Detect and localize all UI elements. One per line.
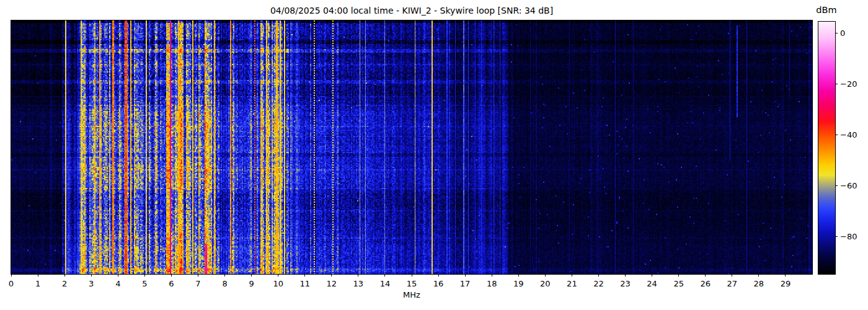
x-tick-label: 23 xyxy=(620,279,631,288)
colorbar-tick-mark xyxy=(835,185,838,186)
x-tick-mark xyxy=(144,274,145,277)
x-tick-mark xyxy=(625,274,626,277)
x-tick-label: 29 xyxy=(781,279,791,288)
x-tick-mark xyxy=(438,274,439,277)
x-tick-label: 27 xyxy=(727,279,738,288)
x-tick-mark xyxy=(251,274,252,277)
x-tick-mark xyxy=(331,274,332,277)
x-tick-mark xyxy=(64,274,65,277)
x-tick-mark xyxy=(384,274,385,277)
x-tick-mark xyxy=(758,274,759,277)
x-tick-mark xyxy=(358,274,358,277)
x-tick-label: 6 xyxy=(169,279,174,288)
x-tick-mark xyxy=(11,274,12,277)
x-tick-label: 0 xyxy=(9,279,14,288)
x-tick-mark xyxy=(224,274,225,277)
x-tick-label: 16 xyxy=(433,279,444,288)
x-tick-label: 21 xyxy=(567,279,577,288)
x-tick-mark xyxy=(705,274,706,277)
x-tick-label: 19 xyxy=(513,279,524,288)
x-tick-label: 28 xyxy=(754,279,764,288)
x-tick-label: 8 xyxy=(222,279,227,288)
x-tick-mark xyxy=(278,274,278,277)
x-tick-label: 3 xyxy=(89,279,94,288)
x-tick-label: 22 xyxy=(593,279,604,288)
x-tick-mark xyxy=(678,274,679,277)
x-tick-mark xyxy=(118,274,118,277)
x-tick-label: 26 xyxy=(700,279,711,288)
x-tick-mark xyxy=(304,274,305,277)
x-tick-label: 25 xyxy=(673,279,684,288)
x-tick-label: 20 xyxy=(540,279,551,288)
waterfall-heatmap xyxy=(11,20,812,274)
colorbar-tick-mark xyxy=(835,84,838,84)
x-tick-label: 13 xyxy=(353,279,364,288)
x-tick-mark xyxy=(598,274,599,277)
x-tick-label: 5 xyxy=(142,279,147,288)
x-tick-label: 1 xyxy=(35,279,40,288)
x-tick-label: 14 xyxy=(380,279,391,288)
x-tick-label: 10 xyxy=(273,279,283,288)
x-tick-mark xyxy=(785,274,786,277)
x-tick-label: 2 xyxy=(62,279,67,288)
colorbar-tick-mark xyxy=(835,33,838,33)
x-tick-mark xyxy=(198,274,198,277)
x-axis-label: MHz xyxy=(11,290,812,299)
x-tick-label: 12 xyxy=(327,279,337,288)
colorbar-unit-label: dBm xyxy=(809,5,844,15)
spectrogram-figure: 04/08/2025 04:00 local time - KIWI_2 - S… xyxy=(0,0,868,310)
x-tick-label: 4 xyxy=(115,279,120,288)
x-tick-label: 18 xyxy=(487,279,497,288)
x-tick-label: 11 xyxy=(299,279,310,288)
colorbar-tick-label: 0 xyxy=(840,28,845,37)
plot-title: 04/08/2025 04:00 local time - KIWI_2 - S… xyxy=(11,6,812,16)
x-tick-mark xyxy=(732,274,732,277)
colorbar-tick-label: −40 xyxy=(840,130,857,139)
colorbar-tick-label: −60 xyxy=(840,180,857,190)
x-tick-label: 7 xyxy=(195,279,200,288)
x-tick-mark xyxy=(171,274,172,277)
x-tick-label: 15 xyxy=(407,279,417,288)
x-tick-mark xyxy=(518,274,519,277)
colorbar-gradient xyxy=(818,22,835,274)
x-tick-mark xyxy=(652,274,652,277)
x-tick-mark xyxy=(545,274,546,277)
colorbar-tick-mark xyxy=(835,236,838,237)
colorbar-tick-mark xyxy=(835,135,838,135)
x-tick-mark xyxy=(492,274,492,277)
colorbar-tick-label: −80 xyxy=(840,231,857,241)
x-tick-label: 24 xyxy=(647,279,657,288)
colorbar-tick-label: −20 xyxy=(840,79,857,88)
x-tick-mark xyxy=(38,274,38,277)
x-tick-mark xyxy=(412,274,412,277)
x-tick-label: 9 xyxy=(249,279,254,288)
x-tick-label: 17 xyxy=(460,279,471,288)
x-tick-mark xyxy=(572,274,572,277)
x-tick-mark xyxy=(465,274,466,277)
x-tick-mark xyxy=(91,274,92,277)
